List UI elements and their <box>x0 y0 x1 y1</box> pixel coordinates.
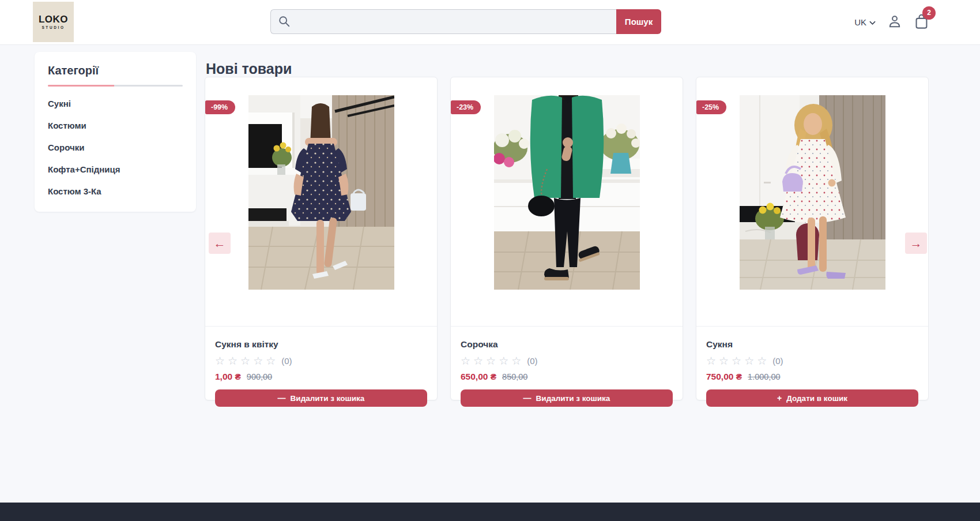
page-title: Нові товари <box>206 61 292 77</box>
star-icon: ☆ <box>461 355 470 366</box>
star-icon: ☆ <box>719 355 729 366</box>
sidebar-underline <box>48 85 183 87</box>
product-image[interactable] <box>740 95 885 290</box>
discount-badge: -23% <box>451 100 481 114</box>
star-icon: ☆ <box>486 355 496 366</box>
arrow-right-icon: → <box>910 237 922 250</box>
product-card: -25% <box>696 77 929 400</box>
arrow-left-icon: ← <box>214 237 226 250</box>
cart-button-label: Додати в кошик <box>786 394 847 403</box>
sidebar-item-kofta-spidnytsya[interactable]: Кофта+Спідниця <box>48 164 183 174</box>
discount-badge: -25% <box>696 100 726 114</box>
page: LOKO STUDIO Пошук UK <box>0 0 980 521</box>
price: 1,00 ₴ <box>215 372 241 382</box>
account-button[interactable] <box>887 14 902 31</box>
remove-from-cart-button[interactable]: — Видалити з кошика <box>215 389 427 407</box>
categories-sidebar: Категорії Сукні Костюми Сорочки Кофта+Сп… <box>35 52 196 212</box>
carousel-prev-button[interactable]: ← <box>209 233 231 254</box>
price-row: 750,00 ₴ 1.000,00 <box>706 372 918 382</box>
cart-button-label: Видалити з кошика <box>536 394 610 403</box>
price-row: 1,00 ₴ 900,00 <box>215 372 427 382</box>
rating-count: (0) <box>281 356 292 366</box>
plus-icon: + <box>777 394 782 402</box>
product-photo-illustration <box>494 95 640 290</box>
old-price: 900,00 <box>247 372 272 381</box>
carousel-next-button[interactable]: → <box>905 233 927 254</box>
logo[interactable]: LOKO STUDIO <box>33 2 74 42</box>
product-media: -23% <box>451 95 683 327</box>
discount-badge: -99% <box>205 100 235 114</box>
product-media: -99% <box>205 95 437 327</box>
logo-subtext: STUDIO <box>42 26 65 30</box>
product-image[interactable] <box>494 95 640 290</box>
minus-icon: — <box>278 394 286 402</box>
search-button[interactable]: Пошук <box>616 9 661 34</box>
price: 750,00 ₴ <box>706 372 742 382</box>
footer <box>0 503 980 521</box>
cart: 2 <box>914 13 929 32</box>
language-label: UK <box>854 17 866 27</box>
star-icon: ☆ <box>499 355 508 366</box>
sidebar-item-sukni[interactable]: Сукні <box>48 99 183 108</box>
old-price: 850,00 <box>502 372 527 381</box>
search-bar: Пошук <box>270 9 661 34</box>
remove-from-cart-button[interactable]: — Видалити з кошика <box>461 389 673 407</box>
add-to-cart-button[interactable]: + Додати в кошик <box>706 389 918 407</box>
star-icon: ☆ <box>511 355 521 366</box>
product-media: -25% <box>696 95 928 327</box>
star-icon: ☆ <box>744 355 754 366</box>
sidebar-title: Категорії <box>48 64 183 77</box>
product-name[interactable]: Сукня <box>706 339 918 350</box>
product-card: -23% <box>450 77 683 400</box>
product-card: -99% <box>205 77 438 400</box>
product-photo-illustration <box>740 95 885 290</box>
product-image[interactable] <box>248 95 394 290</box>
rating: ☆ ☆ ☆ ☆ ☆ (0) <box>215 355 427 366</box>
minus-icon: — <box>523 394 532 402</box>
old-price: 1.000,00 <box>748 372 780 381</box>
sidebar-item-kostyumy[interactable]: Костюми <box>48 121 183 130</box>
star-icon: ☆ <box>473 355 483 366</box>
header-actions: UK <box>854 0 929 44</box>
product-info: Сукня в квітку ☆ ☆ ☆ ☆ ☆ (0) 1,00 ₴ 900,… <box>205 327 437 407</box>
cart-button-label: Видалити з кошика <box>291 394 365 403</box>
product-info: Сорочка ☆ ☆ ☆ ☆ ☆ (0) 650,00 ₴ 850,00 — … <box>451 327 683 407</box>
star-icon: ☆ <box>240 355 250 366</box>
star-icon: ☆ <box>266 355 276 366</box>
rating: ☆ ☆ ☆ ☆ ☆ (0) <box>706 355 918 366</box>
rating-count: (0) <box>772 356 783 366</box>
language-selector[interactable]: UK <box>854 17 876 27</box>
product-grid: -99% <box>205 77 929 400</box>
sidebar-item-sorochky[interactable]: Сорочки <box>48 143 183 152</box>
product-name[interactable]: Сорочка <box>461 339 673 350</box>
product-info: Сукня ☆ ☆ ☆ ☆ ☆ (0) 750,00 ₴ 1.000,00 + … <box>696 327 928 407</box>
star-icon: ☆ <box>253 355 263 366</box>
star-icon: ☆ <box>732 355 741 366</box>
search-input[interactable] <box>270 9 616 34</box>
header: LOKO STUDIO Пошук UK <box>0 0 980 45</box>
star-icon: ☆ <box>706 355 716 366</box>
star-icon: ☆ <box>757 355 767 366</box>
star-icon: ☆ <box>228 355 238 366</box>
product-photo-illustration <box>248 95 394 290</box>
product-name[interactable]: Сукня в квітку <box>215 339 427 350</box>
sidebar-item-kostyum-3ka[interactable]: Костюм 3-Ка <box>48 186 183 196</box>
rating-count: (0) <box>527 356 537 366</box>
price: 650,00 ₴ <box>461 372 496 382</box>
rating: ☆ ☆ ☆ ☆ ☆ (0) <box>461 355 673 366</box>
price-row: 650,00 ₴ 850,00 <box>461 372 673 382</box>
chevron-down-icon <box>869 17 876 27</box>
star-icon: ☆ <box>215 355 225 366</box>
logo-text: LOKO <box>39 14 68 24</box>
user-icon <box>887 14 902 31</box>
cart-count-badge[interactable]: 2 <box>922 6 936 20</box>
